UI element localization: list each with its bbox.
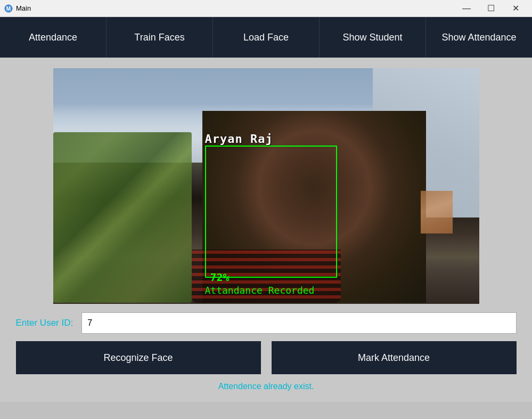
button-row: Recognize Face Mark Attendance	[16, 341, 517, 374]
face-detection-box	[205, 146, 337, 278]
user-id-row: Enter User ID:	[16, 312, 517, 334]
window-title: Main	[16, 4, 31, 12]
mark-attendance-button[interactable]: Mark Attendance	[272, 341, 517, 374]
window-controls: — ☐ ✕	[454, 0, 528, 17]
nav-item-train-faces[interactable]: Train Faces	[107, 17, 213, 58]
detected-name: Aryan Raj	[205, 132, 273, 146]
svg-text:M: M	[6, 6, 11, 12]
user-id-input[interactable]	[81, 312, 516, 334]
attendance-recorded-label: Attandance Recorded	[205, 285, 315, 296]
status-message: Attendence already exist.	[16, 382, 517, 391]
main-content: Aryan Raj 72% Attandance Recorded Enter …	[0, 58, 532, 402]
nav-item-show-student[interactable]: Show Student	[320, 17, 426, 58]
recognize-face-button[interactable]: Recognize Face	[16, 341, 261, 374]
close-button[interactable]: ✕	[503, 0, 528, 17]
poster-right	[421, 191, 453, 233]
bottom-area: Enter User ID: Recognize Face Mark Atten…	[16, 312, 517, 391]
title-bar: M Main — ☐ ✕	[0, 0, 532, 17]
nav-item-attendance[interactable]: Attendance	[0, 17, 107, 58]
minimize-button[interactable]: —	[454, 0, 479, 17]
nav-item-load-face[interactable]: Load Face	[213, 17, 320, 58]
cabinet-left	[53, 132, 192, 303]
maximize-button[interactable]: ☐	[479, 0, 503, 17]
confidence-score: 72%	[210, 271, 230, 284]
camera-feed: Aryan Raj 72% Attandance Recorded	[53, 68, 479, 304]
user-id-label: Enter User ID:	[16, 318, 73, 328]
app-icon: M	[4, 4, 13, 13]
nav-bar: Attendance Train Faces Load Face Show St…	[0, 17, 532, 58]
nav-item-show-attendance[interactable]: Show Attendance	[426, 17, 532, 58]
